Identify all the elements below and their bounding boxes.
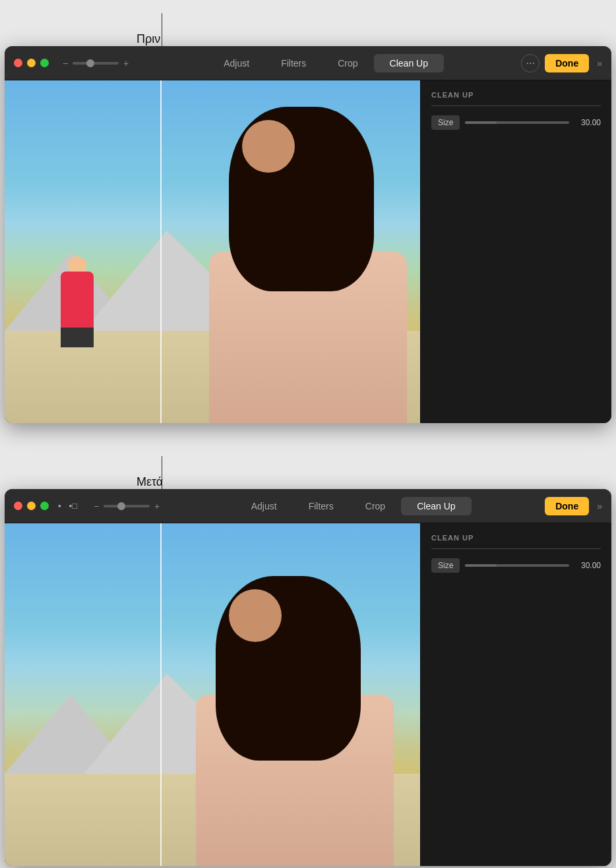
photo-scene-before (5, 80, 420, 423)
fullscreen-button[interactable] (40, 59, 49, 67)
done-button-after[interactable]: Done (545, 497, 589, 515)
zoom-plus-icon-after[interactable]: + (152, 502, 162, 511)
tab-filters-after[interactable]: Filters (293, 497, 350, 515)
done-button-before[interactable]: Done (545, 54, 589, 72)
after-label: Μετά (137, 475, 163, 489)
toolbar-tabs-after: Adjust Filters Crop Clean Up (168, 497, 538, 515)
zoom-minus-icon-after[interactable]: − (92, 502, 101, 511)
photo-area-before (5, 80, 420, 423)
size-slider-before[interactable] (465, 121, 569, 124)
size-label-after[interactable]: Size (431, 558, 460, 573)
before-window: − + Adjust Filters Crop Clean Up ··· Don… (5, 46, 611, 423)
traffic-lights-before (14, 59, 49, 67)
photo-area-after (5, 523, 420, 866)
woman-hair-after (216, 576, 361, 761)
woman-subject-after (183, 523, 420, 866)
titlebar-after: ▪ ▪□ − + Adjust Filters Crop Clean Up Do… (5, 489, 611, 523)
zoom-slider-after[interactable] (104, 505, 150, 507)
before-section: Πριν − + Adjust Filters Crop Clean Up (5, 13, 611, 449)
photo-canvas-after (5, 523, 420, 866)
before-label: Πριν (137, 32, 160, 46)
size-value-before: 30.00 (574, 118, 601, 127)
tab-adjust-before[interactable]: Adjust (208, 54, 265, 72)
panel-size-row-after: Size 30.00 (431, 558, 601, 573)
after-window: ▪ ▪□ − + Adjust Filters Crop Clean Up Do… (5, 489, 611, 866)
tab-crop-before[interactable]: Crop (322, 54, 373, 72)
close-button[interactable] (14, 59, 22, 67)
tab-cleanup-before[interactable]: Clean Up (374, 54, 444, 72)
close-button-after[interactable] (14, 502, 22, 510)
toolbar-tabs-before: Adjust Filters Crop Clean Up (137, 54, 514, 72)
panel-divider-before (431, 105, 601, 106)
tab-crop-after[interactable]: Crop (350, 497, 401, 515)
woman-hair-before (229, 107, 374, 291)
traffic-lights-after (14, 502, 49, 510)
toolbar-right-after: Done » (545, 497, 602, 515)
before-after-divider (160, 80, 162, 423)
minimize-button-after[interactable] (27, 502, 36, 510)
expand-icon-before[interactable]: » (597, 58, 602, 69)
panel-divider-after (431, 548, 601, 549)
minimize-button[interactable] (27, 59, 36, 67)
single-view-icon[interactable]: ▪ (55, 500, 64, 512)
split-view-icon[interactable]: ▪□ (67, 500, 80, 512)
person-red-legs (61, 328, 94, 347)
zoom-controls-after: − + (92, 502, 162, 511)
side-panel-before: CLEAN UP Size 30.00 (420, 80, 611, 423)
size-slider-track-after (465, 564, 496, 567)
before-after-divider-after (160, 523, 162, 866)
person-red-body (61, 272, 94, 331)
size-slider-after[interactable] (465, 564, 569, 567)
person-red (57, 245, 97, 331)
size-label-before[interactable]: Size (431, 115, 460, 130)
content-before: CLEAN UP Size 30.00 (5, 80, 611, 423)
tab-filters-before[interactable]: Filters (265, 54, 322, 72)
size-slider-track-before (465, 121, 496, 124)
woman-subject-before (196, 80, 420, 423)
size-value-after: 30.00 (574, 561, 601, 570)
panel-title-after: CLEAN UP (431, 534, 601, 542)
toolbar-right-before: ··· Done » (521, 54, 602, 72)
content-after: CLEAN UP Size 30.00 (5, 523, 611, 866)
zoom-minus-icon[interactable]: − (61, 59, 70, 68)
panel-title-before: CLEAN UP (431, 91, 601, 99)
panel-size-row-before: Size 30.00 (431, 115, 601, 130)
zoom-controls-before: − + (61, 59, 131, 68)
fullscreen-button-after[interactable] (40, 502, 49, 510)
zoom-plus-icon[interactable]: + (121, 59, 131, 68)
tab-adjust-after[interactable]: Adjust (235, 497, 293, 515)
zoom-slider-before[interactable] (73, 62, 119, 65)
tab-cleanup-after[interactable]: Clean Up (401, 497, 471, 515)
view-toggle-after: ▪ ▪□ (55, 500, 80, 512)
titlebar-before: − + Adjust Filters Crop Clean Up ··· Don… (5, 46, 611, 80)
after-section: Μετά ▪ ▪□ − + Adjust (5, 456, 611, 868)
more-options-button-before[interactable]: ··· (521, 54, 539, 72)
photo-canvas-before (5, 80, 420, 423)
photo-scene-after (5, 523, 420, 866)
side-panel-after: CLEAN UP Size 30.00 (420, 523, 611, 866)
expand-icon-after[interactable]: » (597, 501, 602, 511)
